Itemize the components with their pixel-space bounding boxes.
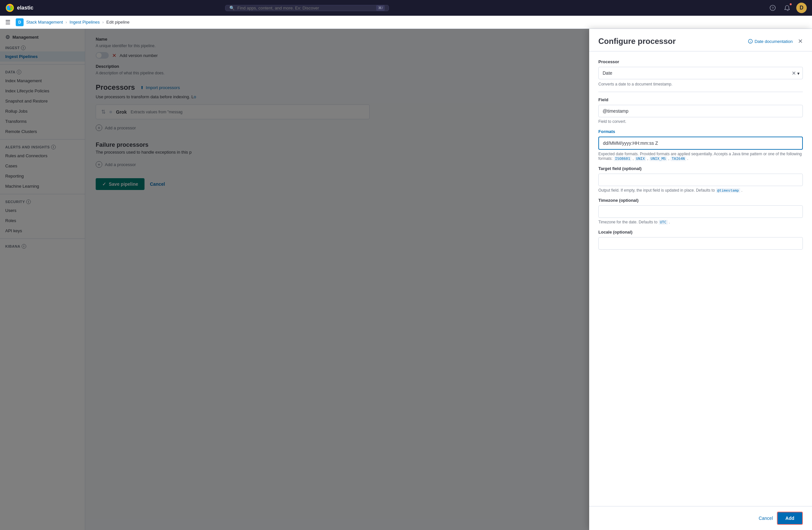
- user-avatar[interactable]: D: [796, 3, 807, 13]
- user-avatar-breadcrumb: D: [16, 18, 24, 26]
- field-hint: Field to convert.: [598, 119, 803, 124]
- notifications-icon[interactable]: [782, 3, 792, 13]
- processor-desc: Converts a date to a document timestamp.: [598, 82, 803, 87]
- svg-text:?: ?: [772, 6, 774, 10]
- doc-link-label: Date documentation: [755, 39, 793, 44]
- breadcrumb-bar: ☰ D Stack Management › Ingest Pipelines …: [0, 16, 812, 29]
- field-label: Field: [598, 97, 803, 102]
- topnav-actions: ? D: [767, 3, 807, 13]
- formats-hint: Expected date formats. Provided formats …: [598, 152, 803, 161]
- modal-panel: Configure processor i Date documentation…: [589, 29, 812, 530]
- timezone-input[interactable]: [598, 205, 803, 218]
- modal-body: Processor Date Grok Set Remove ✕ ▾ Conve…: [589, 51, 812, 506]
- modal-footer: Cancel Add: [589, 506, 812, 530]
- processor-select[interactable]: Date Grok Set Remove: [598, 67, 803, 79]
- breadcrumb-stack-management[interactable]: Stack Management: [26, 20, 63, 25]
- modal-separator-1: [598, 92, 803, 92]
- formats-label: Formats: [598, 129, 803, 134]
- modal-close-button[interactable]: ✕: [798, 38, 803, 45]
- search-icon: 🔍: [229, 5, 235, 11]
- modal-add-button[interactable]: Add: [777, 512, 803, 525]
- target-field-input[interactable]: [598, 174, 803, 186]
- breadcrumb-ingest-pipelines[interactable]: Ingest Pipelines: [70, 20, 100, 25]
- search-shortcut: ⌘/: [376, 5, 385, 11]
- svg-point-4: [10, 5, 13, 10]
- select-chevron-icon: ▾: [797, 70, 800, 76]
- elastic-logo[interactable]: elastic: [5, 3, 33, 12]
- doc-link-icon: i: [748, 39, 753, 44]
- formats-input[interactable]: [598, 137, 803, 150]
- timezone-code: UTC: [659, 220, 668, 225]
- target-field-hint: Output field. If empty, the input field …: [598, 188, 803, 193]
- modal-title: Configure processor: [598, 37, 676, 46]
- format-iso8601: ISO8601: [614, 156, 632, 161]
- svg-text:i: i: [750, 40, 751, 43]
- hamburger-menu[interactable]: ☰: [5, 19, 11, 26]
- svg-point-3: [6, 5, 10, 10]
- date-documentation-link[interactable]: i Date documentation: [748, 39, 793, 44]
- format-unix-ms: UNIX_MS: [650, 156, 667, 161]
- breadcrumb-sep-1: ›: [66, 20, 67, 25]
- global-search[interactable]: 🔍 ⌘/: [225, 5, 389, 11]
- breadcrumb-current: Edit pipeline: [106, 20, 129, 25]
- topnav: elastic 🔍 ⌘/ ? D: [0, 0, 812, 16]
- format-unix: UNIX: [635, 156, 646, 161]
- locale-input[interactable]: [598, 237, 803, 250]
- field-input[interactable]: [598, 105, 803, 117]
- locale-label: Locale (optional): [598, 230, 803, 235]
- processor-label: Processor: [598, 59, 803, 64]
- modal-header-right: i Date documentation ✕: [748, 38, 803, 45]
- timezone-hint: Timezone for the date. Defaults to UTC .: [598, 220, 803, 224]
- format-tai64n: TAI64N: [670, 156, 686, 161]
- timezone-label: Timezone (optional): [598, 198, 803, 203]
- select-clear-icon[interactable]: ✕: [792, 70, 796, 76]
- processor-select-wrapper: Date Grok Set Remove ✕ ▾: [598, 67, 803, 79]
- target-field-code: @timestamp: [716, 188, 740, 193]
- logo-text: elastic: [17, 5, 33, 11]
- select-icons: ✕ ▾: [792, 70, 800, 76]
- modal-cancel-button[interactable]: Cancel: [758, 516, 773, 521]
- target-field-label: Target field (optional): [598, 166, 803, 171]
- modal-header: Configure processor i Date documentation…: [589, 29, 812, 51]
- help-icon[interactable]: ?: [767, 3, 778, 13]
- breadcrumb-sep-2: ›: [102, 20, 104, 25]
- search-input[interactable]: [237, 5, 374, 11]
- modal-overlay: Configure processor i Date documentation…: [0, 29, 812, 530]
- notification-badge: [789, 3, 792, 6]
